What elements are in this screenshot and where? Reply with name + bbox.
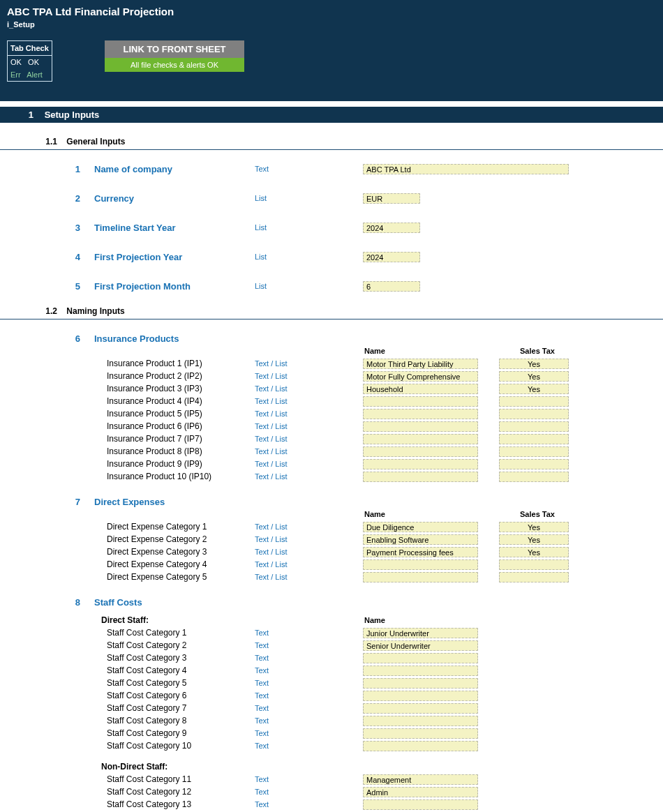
list-row: Insurance Product 8 (IP8)Text / List (0, 445, 663, 458)
general-row-label: Currency (94, 193, 255, 204)
list-row-name-input[interactable] (363, 799, 478, 810)
list-row-label: Staff Cost Category 3 (94, 653, 255, 663)
doc-title: ABC TPA Ltd Financial Projection (7, 6, 656, 17)
list-row-tax-input[interactable]: Yes (499, 534, 569, 545)
list-row: Staff Cost Category 12TextAdmin (0, 785, 663, 798)
list-row-name-input[interactable]: Payment Processing fees (363, 547, 478, 557)
list-row-name-input[interactable] (363, 703, 478, 714)
list-row: Insurance Product 9 (IP9)Text / List (0, 458, 663, 470)
list-row-name-input[interactable] (363, 678, 478, 689)
list-row-name-input[interactable] (363, 421, 478, 432)
sub-1-1-title: General Inputs (66, 137, 125, 146)
list-row-type: Text (255, 716, 363, 725)
list-row-label: Insurance Product 7 (IP7) (94, 434, 255, 444)
list-row-tax-input[interactable] (499, 559, 569, 570)
list-row-tax-input[interactable]: Yes (499, 522, 569, 532)
list-row-name-input[interactable]: Household (363, 384, 478, 394)
list-row-name-input[interactable]: Enabling Software (363, 534, 478, 545)
th-name: Name (363, 345, 482, 356)
list-row-name-input[interactable] (363, 409, 478, 419)
list-row-name-input[interactable] (363, 572, 478, 582)
list-row-name-input[interactable]: Admin (363, 787, 478, 797)
list-row: Staff Cost Category 13Text (0, 798, 663, 811)
group-direct: 7 Direct Expenses (0, 495, 663, 508)
list-row-tax-input[interactable] (499, 396, 569, 407)
general-row-input[interactable]: 2024 (363, 252, 420, 262)
list-row-name-input[interactable]: Management (363, 774, 478, 785)
list-row-name-input[interactable] (363, 559, 478, 570)
list-row: Direct Expense Category 5Text / List (0, 571, 663, 583)
staff-direct-head: Direct Staff: Name (0, 614, 663, 626)
list-row-tax-input[interactable]: Yes (499, 384, 569, 394)
list-row-tax-input[interactable]: Yes (499, 359, 569, 369)
list-row-type: Text / List (255, 472, 363, 481)
link-front-sheet[interactable]: LINK TO FRONT SHEET (105, 40, 244, 58)
list-row-name-input[interactable]: Junior Underwriter (363, 628, 478, 638)
link-status: All file checks & alerts OK (105, 58, 244, 72)
general-row-input[interactable]: 6 (363, 281, 420, 292)
list-row-label: Direct Expense Category 2 (94, 534, 255, 544)
general-row-type: List (255, 223, 363, 232)
list-row-tax-input[interactable] (499, 434, 569, 444)
sub-1-2-num: 1.2 (0, 306, 64, 316)
list-row-name-input[interactable] (363, 666, 478, 676)
list-row-label: Staff Cost Category 8 (94, 716, 255, 725)
list-row: Staff Cost Category 8Text (0, 714, 663, 727)
general-row-num: 1 (0, 164, 94, 174)
section-1-title: Setup Inputs (45, 110, 100, 120)
general-row-input[interactable]: ABC TPA Ltd (363, 164, 569, 174)
general-row-input[interactable]: EUR (363, 193, 420, 204)
tab-check-ok1: OK (10, 58, 22, 66)
tab-check-ok2: OK (28, 58, 39, 66)
list-row-label: Insurance Product 9 (IP9) (94, 459, 255, 469)
general-row-type: List (255, 282, 363, 290)
list-row: Staff Cost Category 1TextJunior Underwri… (0, 626, 663, 639)
list-row-name-input[interactable] (363, 691, 478, 701)
list-row: Staff Cost Category 9Text (0, 727, 663, 739)
list-row-name-input[interactable] (363, 728, 478, 739)
general-row-label: First Projection Year (94, 252, 255, 262)
tab-check-err: Err (10, 70, 21, 79)
list-row-name-input[interactable] (363, 459, 478, 469)
list-row: Staff Cost Category 10Text (0, 739, 663, 752)
list-row-label: Staff Cost Category 2 (94, 640, 255, 650)
list-row-name-input[interactable]: Motor Third Party Liability (363, 359, 478, 369)
list-row-name-input[interactable] (363, 446, 478, 457)
list-row-type: Text (255, 679, 363, 687)
th-name-3: Name (363, 615, 482, 626)
list-row-type: Text (255, 742, 363, 750)
list-row-name-input[interactable] (363, 741, 478, 751)
list-row-name-input[interactable]: Senior Underwriter (363, 640, 478, 651)
list-row-name-input[interactable] (363, 396, 478, 407)
list-row-type: Text / List (255, 548, 363, 556)
list-row-label: Staff Cost Category 5 (94, 678, 255, 688)
list-row-tax-input[interactable] (499, 421, 569, 432)
group-staff-title: Staff Costs (94, 597, 255, 608)
list-row-type: Text / List (255, 560, 363, 569)
general-row: 5First Projection MonthList6 (0, 280, 663, 292)
general-row-input[interactable]: 2024 (363, 223, 420, 233)
list-row: Staff Cost Category 6Text (0, 689, 663, 702)
group-direct-title: Direct Expenses (94, 497, 255, 507)
list-row-tax-input[interactable]: Yes (499, 371, 569, 382)
list-row-tax-input[interactable] (499, 459, 569, 469)
list-row-type: Text / List (255, 397, 363, 405)
list-row-name-input[interactable]: Due Diligence (363, 522, 478, 532)
list-row-name-input[interactable] (363, 716, 478, 726)
list-row-tax-input[interactable] (499, 572, 569, 582)
list-row-name-input[interactable] (363, 434, 478, 444)
list-row-tax-input[interactable] (499, 472, 569, 482)
list-row-name-input[interactable] (363, 472, 478, 482)
list-row-tax-input[interactable]: Yes (499, 547, 569, 557)
list-row-tax-input[interactable] (499, 446, 569, 457)
list-row-type: Text (255, 788, 363, 796)
list-row-tax-input[interactable] (499, 409, 569, 419)
list-row: Insurance Product 7 (IP7)Text / List (0, 433, 663, 445)
doc-subtitle: i_Setup (7, 20, 656, 29)
list-row-name-input[interactable] (363, 653, 478, 663)
list-row-name-input[interactable]: Motor Fully Comprehensive (363, 371, 478, 382)
list-row-label: Insurance Product 2 (IP2) (94, 371, 255, 381)
list-row-label: Insurance Product 8 (IP8) (94, 446, 255, 456)
insurance-header-row: Name Sales Tax (0, 345, 663, 357)
direct-header-row: Name Sales Tax (0, 508, 663, 520)
